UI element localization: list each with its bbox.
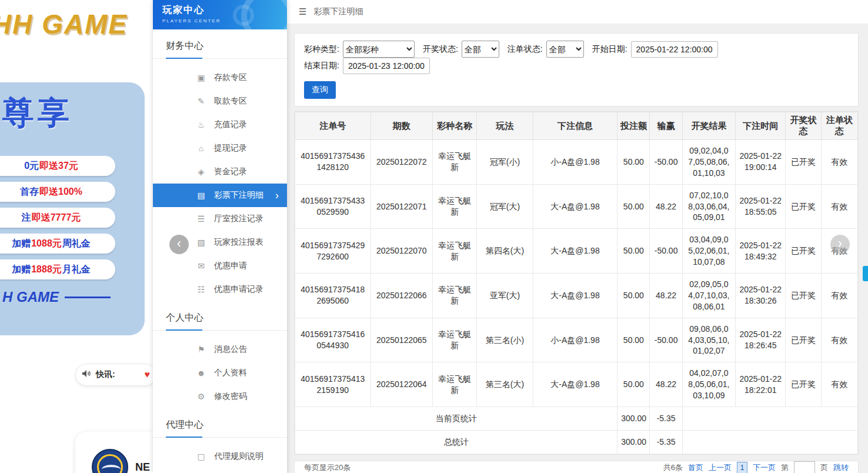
page-summary-empty	[682, 407, 857, 431]
side-float-tab[interactable]	[863, 266, 868, 281]
sidebar-item-announcements[interactable]: ⚑消息公告	[153, 338, 287, 361]
cell-lottery-name: 幸运飞艇新	[432, 184, 476, 229]
search-button[interactable]: 查询	[304, 81, 336, 99]
cell-period: 20250122070	[370, 229, 432, 274]
total-summary-winloss: -5.35	[650, 430, 682, 454]
promo-pill: 首存 即送100%	[0, 182, 115, 202]
cell-bet-amount: 50.00	[617, 318, 650, 362]
prev-page-link[interactable]: 上一页	[709, 462, 732, 473]
bet-table: 注单号期数彩种名称玩法下注信息投注额输赢开奖结果下注时间开奖状态注单状态 401…	[295, 112, 858, 454]
sidebar-item-recharge-records[interactable]: ♨充值记录	[153, 113, 287, 136]
sidebar-item-label: 修改密码	[214, 391, 247, 402]
carousel-prev-button[interactable]: ‹	[169, 235, 189, 254]
filter-panel: 彩种类型: 全部彩种 开奖状态: 全部 注单状态: 全部	[294, 33, 859, 106]
carousel-next-button[interactable]: ›	[830, 235, 850, 254]
page-summary-winloss: -5.35	[650, 407, 682, 431]
cell-win-loss: 48.22	[650, 274, 682, 318]
bet-status-select[interactable]: 全部	[546, 41, 584, 58]
current-page-badge[interactable]: 1	[737, 462, 747, 473]
cell-play-type: 亚军(大)	[477, 274, 533, 318]
page-summary-label: 当前页统计	[295, 407, 617, 431]
sidebar-subtitle: PLAYERS CENTER	[162, 18, 287, 24]
section-title: 个人中心	[153, 307, 287, 331]
bet-status-filter: 注单状态: 全部	[508, 41, 584, 58]
cell-bet-time: 2025-01-22 18:49:32	[736, 229, 786, 274]
cell-play-type: 第三名(大)	[477, 362, 533, 407]
draw-status-filter: 开奖状态: 全部	[423, 41, 499, 58]
bet-table-body: 40156917375436142812020250122072幸运飞艇新冠军(…	[295, 140, 858, 407]
column-header-bet-time: 下注时间	[736, 112, 786, 140]
jump-label-suffix: 页	[820, 462, 828, 473]
sidebar-item-withdrawal-records[interactable]: ⌂提现记录	[153, 136, 287, 160]
first-page-link[interactable]: 首页	[688, 462, 703, 473]
sidebar-item-label: 个人资料	[214, 368, 247, 378]
cell-play-type: 冠军(小)	[477, 140, 533, 185]
sidebar-item-hall-bets[interactable]: ☰厅室投注记录	[153, 207, 287, 231]
cell-bet-time: 2025-01-22 18:55:05	[736, 184, 786, 229]
withdraw-icon: ✎	[195, 96, 207, 106]
cell-period: 20250122066	[370, 274, 432, 318]
news-ticker[interactable]: 快讯: ♥	[75, 364, 153, 386]
cell-period: 20250122072	[370, 140, 432, 185]
pagination-bar: 每页显示20条 共6条 首页 上一页 1 下一页 第 页 跳转	[294, 461, 859, 473]
promo-pill: 0元 即送37元	[0, 156, 115, 176]
sidebar-item-lottery-bets[interactable]: ▤彩票下注明细›	[153, 184, 287, 207]
cell-draw-status: 已开奖	[786, 274, 821, 318]
cell-order-id: 401569173754330529590	[295, 184, 371, 229]
lottery-type-select[interactable]: 全部彩种	[343, 41, 415, 58]
cell-play-type: 第三名(小)	[477, 318, 533, 362]
sidebar-item-label: 充值记录	[214, 119, 247, 130]
promo-pill-text: 1088元	[31, 238, 62, 250]
deposit-icon: ▣	[195, 73, 207, 82]
cell-bet-time: 2025-01-22 18:30:26	[736, 274, 786, 318]
sidebar-nav: 财务中心▣存款专区✎取款专区♨充值记录⌂提现记录◈资金记录▤彩票下注明细›☰厅室…	[153, 35, 287, 473]
change-password-icon: ⚙	[195, 392, 207, 401]
sidebar-item-agent-team-stats[interactable]: ▦代理团队统计	[153, 468, 287, 473]
column-header-lottery-name: 彩种名称	[432, 112, 476, 140]
total-summary-empty	[682, 430, 857, 454]
sidebar-item-agent-rules[interactable]: ▢代理规则说明	[153, 445, 287, 468]
draw-status-label: 开奖状态:	[423, 44, 458, 55]
lottery-type-filter: 彩种类型: 全部彩种	[304, 41, 415, 58]
sidebar-item-profile[interactable]: ☻个人资料	[153, 361, 287, 385]
cell-bet-amount: 50.00	[617, 229, 650, 274]
hall-bets-icon: ☰	[195, 214, 207, 224]
cell-bet-time: 2025-01-22 18:22:01	[736, 362, 786, 407]
draw-status-select[interactable]: 全部	[462, 41, 499, 58]
end-date-input[interactable]	[343, 58, 430, 74]
total-summary-row: 总统计 300.00 -5.35	[295, 430, 858, 454]
announcements-icon: ⚑	[195, 345, 207, 354]
cell-order-status: 有效	[821, 274, 857, 318]
sidebar-item-withdraw[interactable]: ✎取款专区	[153, 89, 287, 113]
topbar: ☰ 彩票下注明细	[287, 0, 868, 24]
jump-button[interactable]: 跳转	[833, 462, 849, 473]
sidebar-item-promo-records[interactable]: ☷优惠申请记录	[153, 278, 287, 301]
promo-pill: 加赠1088元周礼金	[0, 234, 115, 254]
next-page-link[interactable]: 下一页	[753, 462, 776, 473]
sidebar-item-funds-records[interactable]: ◈资金记录	[153, 160, 287, 184]
column-header-play-type: 玩法	[477, 112, 533, 140]
cell-bet-info: 大-A盘@1.98	[533, 274, 617, 318]
sidebar-item-promo-apply[interactable]: ✉优惠申请	[153, 254, 287, 278]
menu-toggle-icon[interactable]: ☰	[299, 6, 306, 17]
section-title: 代理中心	[153, 414, 287, 438]
jump-label-prefix: 第	[781, 462, 789, 473]
cell-order-id: 401569173754182695060	[295, 274, 371, 318]
background-site-panel: HH GAME 尊享 0元 即送37元首存 即送100%注 即送7777元加赠1…	[0, 0, 153, 473]
start-date-input[interactable]	[631, 41, 718, 58]
cell-draw-status: 已开奖	[786, 229, 821, 274]
cell-bet-amount: 50.00	[617, 140, 650, 185]
bet-status-label: 注单状态:	[508, 44, 543, 55]
heart-icon: ♥	[145, 369, 151, 380]
cell-play-type: 第四名(大)	[477, 229, 533, 274]
team-logo-bridge	[102, 465, 121, 473]
sidebar-item-deposit[interactable]: ▣存款专区	[153, 66, 287, 89]
promo-banner-footer: H GAME	[2, 289, 145, 305]
withdrawal-records-icon: ⌂	[195, 144, 207, 153]
jump-page-input[interactable]	[794, 461, 815, 473]
cell-lottery-name: 幸运飞艇新	[432, 318, 476, 362]
table-row: 40156917375436142812020250122072幸运飞艇新冠军(…	[295, 140, 858, 185]
promo-pill: 加赠1888元月礼金	[0, 259, 115, 279]
sidebar-item-change-password[interactable]: ⚙修改密码	[153, 385, 287, 408]
promo-pill-text: 月礼金	[62, 264, 91, 276]
